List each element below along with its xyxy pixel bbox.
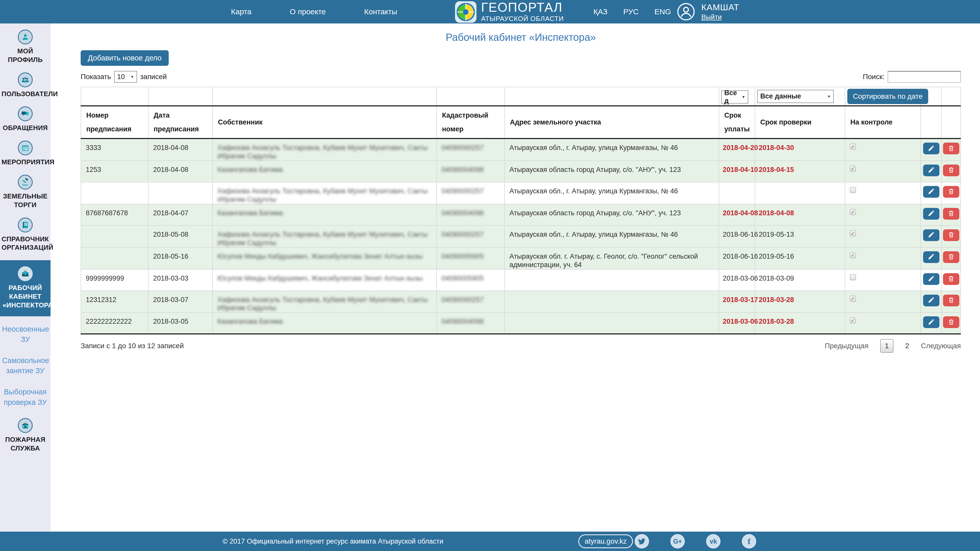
table-row: 12532018-04-08Казангапова Батима04090004…	[81, 161, 961, 182]
column-header-6[interactable]: Срок уплаты	[719, 106, 755, 138]
column-header-7[interactable]: Срок проверки	[755, 106, 845, 138]
logout-link[interactable]: Выйти	[701, 13, 722, 21]
brand: ГЕОПОРТАЛ АТЫРАУСКОЙ ОБЛАСТИ	[455, 0, 564, 24]
delete-button[interactable]	[943, 208, 959, 220]
delete-button[interactable]	[943, 229, 959, 241]
pagination-next[interactable]: Следующая	[921, 342, 961, 350]
pagination-page-2[interactable]: 2	[905, 342, 909, 350]
svg-text:101: 101	[24, 424, 26, 425]
cell-delete	[942, 204, 961, 225]
search-input[interactable]	[888, 71, 961, 83]
pencil-icon	[928, 144, 935, 152]
pagination-page-1[interactable]: 1	[880, 339, 894, 353]
cell-cadastral-blurred-text: 04090000257	[442, 187, 484, 195]
language-switcher: ҚАЗРУСENG	[593, 0, 671, 24]
cell-date: 2018-04-07	[148, 204, 213, 225]
column-header-5[interactable]: Адрес земельного участка	[504, 106, 719, 138]
delete-button[interactable]	[943, 273, 959, 285]
delete-button[interactable]	[943, 316, 959, 328]
edit-button[interactable]	[923, 273, 939, 285]
cell-delete	[942, 313, 961, 334]
sidebar-link-10[interactable]: Выборочная проверка ЗУ	[0, 387, 51, 407]
user-avatar-icon	[677, 3, 695, 21]
sidebar-item-1[interactable]: МОЙ ПРОФИЛЬ	[0, 30, 51, 64]
twitter-icon[interactable]	[635, 534, 649, 548]
edit-button[interactable]	[923, 251, 939, 263]
on-control-checkbox[interactable]: ✓	[850, 144, 856, 150]
vk-icon[interactable]: vk	[706, 534, 721, 548]
on-control-checkbox[interactable]: ✓	[850, 165, 856, 171]
column-header-3[interactable]: Собственник	[213, 106, 437, 138]
cell-owner: Хафизова Анзагуль Тостаровна, Кубаев Мух…	[213, 291, 437, 313]
cell-address	[504, 313, 719, 334]
nav-link-3[interactable]: Контакты	[364, 7, 397, 16]
edit-button[interactable]	[923, 229, 939, 241]
sidebar-item-4[interactable]: МЕРОПРИЯТИЯ	[0, 141, 51, 167]
sidebar-item-5[interactable]: ЗЕМЕЛЬНЫЕ ТОРГИ	[0, 175, 51, 210]
google-plus-icon[interactable]: G+	[670, 534, 685, 548]
edit-button[interactable]	[923, 295, 939, 306]
edit-button[interactable]	[923, 316, 939, 328]
pagination-previous[interactable]: Предыдущая	[825, 342, 869, 350]
on-control-checkbox[interactable]: ✓	[850, 230, 856, 237]
sidebar-item-11[interactable]: 101ПОЖАРНАЯ СЛУЖБА	[0, 418, 51, 453]
edit-button[interactable]	[923, 143, 939, 154]
edit-button[interactable]	[923, 208, 939, 220]
edit-button[interactable]	[923, 186, 939, 198]
on-control-checkbox[interactable]: ✓	[850, 209, 856, 215]
sort-by-date-button[interactable]: Сортировать по дате	[847, 89, 928, 104]
delete-button[interactable]	[943, 143, 959, 154]
data-filter-select[interactable]: Все данные▼	[757, 90, 834, 103]
on-control-checkbox[interactable]: ✓	[850, 318, 856, 324]
on-control-checkbox[interactable]	[850, 274, 856, 280]
pencil-icon	[928, 275, 935, 283]
column-header-8[interactable]: На контроле	[845, 106, 921, 138]
cell-cadastral: 04090000257	[437, 138, 504, 161]
lang-рус[interactable]: РУС	[623, 7, 638, 16]
cell-check-due: 2018-03-28	[755, 291, 845, 313]
cell-owner-blurred-text: Казангапова Батима	[218, 209, 283, 217]
cell-delete	[942, 269, 961, 291]
column-header-2[interactable]: Дата предписания	[148, 106, 213, 138]
on-control-checkbox[interactable]: ✓	[850, 295, 856, 302]
cell-address: Атырауская обл. г. Атырау, с. Геолог, с/…	[504, 248, 719, 269]
sidebar-item-3[interactable]: ОБРАЩЕНИЯ	[0, 106, 51, 132]
column-header-1[interactable]: Номер предписания	[81, 106, 148, 138]
cell-address	[504, 269, 719, 291]
cell-cadastral: 04090000257	[437, 225, 504, 248]
cell-owner: Казангапова Батима	[213, 313, 437, 334]
filter-cell-0	[81, 87, 148, 106]
cell-edit	[921, 291, 942, 313]
nav-link-1[interactable]: Карта	[231, 7, 251, 16]
on-control-checkbox[interactable]	[850, 187, 856, 193]
lang-қаз[interactable]: ҚАЗ	[593, 7, 608, 16]
calendar-icon	[18, 141, 33, 156]
filter-cell-4	[504, 87, 719, 106]
delete-button[interactable]	[943, 295, 959, 306]
payment-filter-select[interactable]: Все д▼	[721, 90, 748, 103]
trash-icon	[948, 275, 955, 283]
delete-button[interactable]	[943, 251, 959, 263]
sidebar-item-7[interactable]: РАБОЧИЙ КАБИНЕТ «ИНСПЕКТОРА»	[0, 260, 51, 316]
cell-cadastral-blurred-text: 04090005905	[442, 252, 484, 260]
cell-edit	[921, 269, 942, 291]
lang-eng[interactable]: ENG	[654, 7, 671, 16]
sidebar-item-label: МЕРОПРИЯТИЯ	[0, 158, 51, 167]
sidebar-item-6[interactable]: СПРАВОЧНИК ОРГАНИЗАЦИЙ	[0, 218, 51, 252]
cell-date: 2018-04-08	[148, 161, 213, 182]
sidebar-link-9[interactable]: Самовольное занятие ЗУ	[0, 355, 51, 376]
cell-cadastral: 04090004098	[437, 313, 504, 334]
sidebar-item-2[interactable]: ПОЛЬЗОВАТЕЛИ	[0, 73, 51, 98]
on-control-checkbox[interactable]: ✓	[850, 252, 856, 259]
sidebar-link-8[interactable]: Неосвоенные ЗУ	[0, 324, 51, 345]
edit-button[interactable]	[923, 165, 939, 176]
site-badge[interactable]: atyrau.gov.kz	[578, 534, 633, 548]
delete-button[interactable]	[943, 186, 959, 198]
delete-button[interactable]	[943, 165, 959, 176]
nav-link-2[interactable]: О проекте	[290, 7, 326, 16]
add-case-button[interactable]: Добавить новое дело	[81, 50, 169, 66]
user-block: КАМШАТ Выйти	[677, 0, 739, 24]
column-header-4[interactable]: Кадастровый номер	[437, 106, 504, 138]
facebook-icon[interactable]: f	[742, 534, 756, 548]
page-length-select[interactable]: 10 ▼	[114, 71, 137, 83]
